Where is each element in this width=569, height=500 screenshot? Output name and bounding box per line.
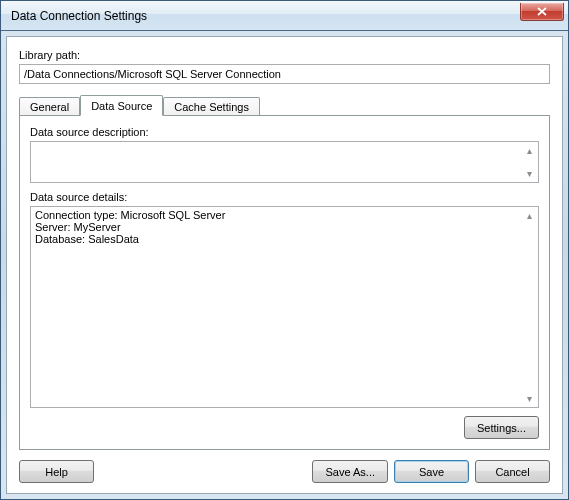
data-source-description-field[interactable]: ▴ ▾	[30, 141, 539, 183]
close-button[interactable]	[520, 3, 564, 21]
tabstrip: General Data Source Cache Settings	[19, 94, 550, 115]
save-button[interactable]: Save	[394, 460, 469, 483]
scroll-down-icon[interactable]: ▾	[522, 391, 537, 406]
scroll-up-icon[interactable]: ▴	[522, 143, 537, 158]
dialog-button-bar: Help Save As... Save Cancel	[19, 460, 550, 483]
scroll-down-icon[interactable]: ▾	[522, 166, 537, 181]
library-path-label: Library path:	[19, 49, 550, 61]
scroll-up-icon[interactable]: ▴	[522, 208, 537, 223]
tab-general[interactable]: General	[19, 97, 80, 115]
client-area: Library path: General Data Source Cache …	[6, 36, 563, 494]
dialog-window: Data Connection Settings Library path: G…	[0, 0, 569, 500]
library-path-input[interactable]	[19, 64, 550, 84]
cancel-button[interactable]: Cancel	[475, 460, 550, 483]
tab-panel-data-source: Data source description: ▴ ▾ Data source…	[19, 115, 550, 450]
tab-data-source[interactable]: Data Source	[80, 95, 163, 116]
settings-row: Settings...	[30, 416, 539, 439]
help-button[interactable]: Help	[19, 460, 94, 483]
data-source-description-label: Data source description:	[30, 126, 539, 138]
save-as-button[interactable]: Save As...	[312, 460, 388, 483]
scrollbar-vertical[interactable]: ▴ ▾	[521, 207, 538, 407]
data-source-details-textarea	[31, 207, 521, 407]
data-source-details-field: ▴ ▾	[30, 206, 539, 408]
close-icon	[537, 7, 547, 16]
data-source-description-textarea[interactable]	[31, 142, 521, 182]
data-source-details-label: Data source details:	[30, 191, 539, 203]
tab-cache-settings[interactable]: Cache Settings	[163, 97, 260, 115]
settings-button[interactable]: Settings...	[464, 416, 539, 439]
scrollbar-vertical[interactable]: ▴ ▾	[521, 142, 538, 182]
window-title: Data Connection Settings	[11, 9, 520, 23]
titlebar: Data Connection Settings	[1, 1, 568, 31]
